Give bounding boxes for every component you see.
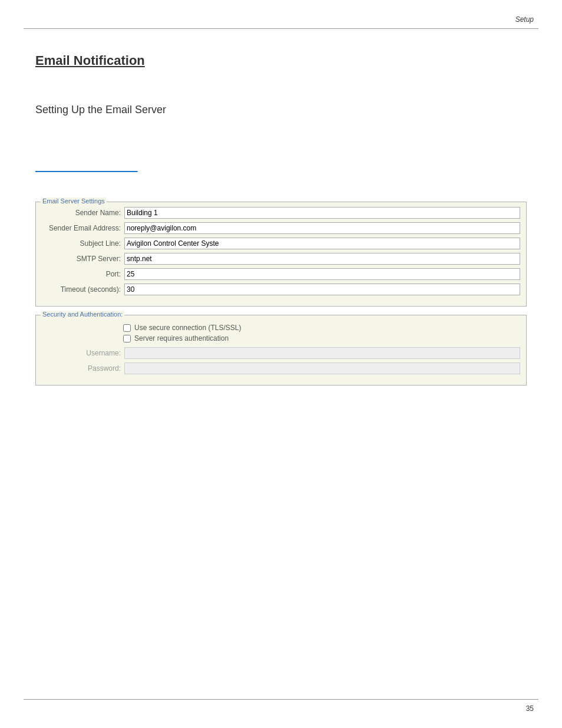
top-rule xyxy=(24,28,538,29)
email-server-settings-legend: Email Server Settings xyxy=(41,197,107,205)
sender-name-label: Sender Name: xyxy=(42,209,124,217)
tls-ssl-label: Use secure connection (TLS/SSL) xyxy=(134,324,241,332)
smtp-server-input[interactable] xyxy=(124,253,520,265)
sender-email-input[interactable] xyxy=(124,222,520,234)
username-label: Username: xyxy=(42,349,124,357)
sender-name-input[interactable] xyxy=(124,207,520,219)
timeout-label: Timeout (seconds): xyxy=(42,285,124,294)
auth-required-label: Server requires authentication xyxy=(134,334,229,342)
password-row: Password: xyxy=(42,363,520,374)
username-row: Username: xyxy=(42,347,520,359)
tls-ssl-checkbox[interactable] xyxy=(123,324,131,332)
auth-required-checkbox[interactable] xyxy=(123,335,131,342)
content-area: Email Notification Setting Up the Email … xyxy=(35,35,527,386)
tls-ssl-row: Use secure connection (TLS/SSL) xyxy=(123,324,520,332)
section-title: Setting Up the Email Server xyxy=(35,104,527,116)
page-title: Email Notification xyxy=(35,53,527,68)
sender-email-row: Sender Email Address: xyxy=(42,222,520,234)
sender-email-label: Sender Email Address: xyxy=(42,224,124,232)
checkboxes-area: Use secure connection (TLS/SSL) Server r… xyxy=(118,324,520,342)
smtp-server-label: SMTP Server: xyxy=(42,255,124,263)
password-label: Password: xyxy=(42,364,124,373)
link-placeholder[interactable]: ________________________ xyxy=(35,163,138,172)
header-setup-label: Setup xyxy=(515,15,534,24)
smtp-server-row: SMTP Server: xyxy=(42,253,520,265)
sender-name-row: Sender Name: xyxy=(42,207,520,219)
subject-line-input[interactable] xyxy=(124,238,520,249)
timeout-input[interactable] xyxy=(124,284,520,295)
page-number: 35 xyxy=(526,704,534,713)
port-label: Port: xyxy=(42,270,124,278)
password-input[interactable] xyxy=(124,363,520,374)
subject-line-row: Subject Line: xyxy=(42,238,520,249)
auth-required-row: Server requires authentication xyxy=(123,334,520,342)
port-input[interactable] xyxy=(124,268,520,280)
username-input[interactable] xyxy=(124,347,520,359)
security-auth-group: Security and Authentication: Use secure … xyxy=(35,315,527,386)
subject-line-label: Subject Line: xyxy=(42,239,124,248)
security-auth-legend: Security and Authentication: xyxy=(41,311,124,318)
timeout-row: Timeout (seconds): xyxy=(42,284,520,295)
bottom-rule xyxy=(24,699,538,700)
email-server-settings-group: Email Server Settings Sender Name: Sende… xyxy=(35,202,527,307)
port-row: Port: xyxy=(42,268,520,280)
